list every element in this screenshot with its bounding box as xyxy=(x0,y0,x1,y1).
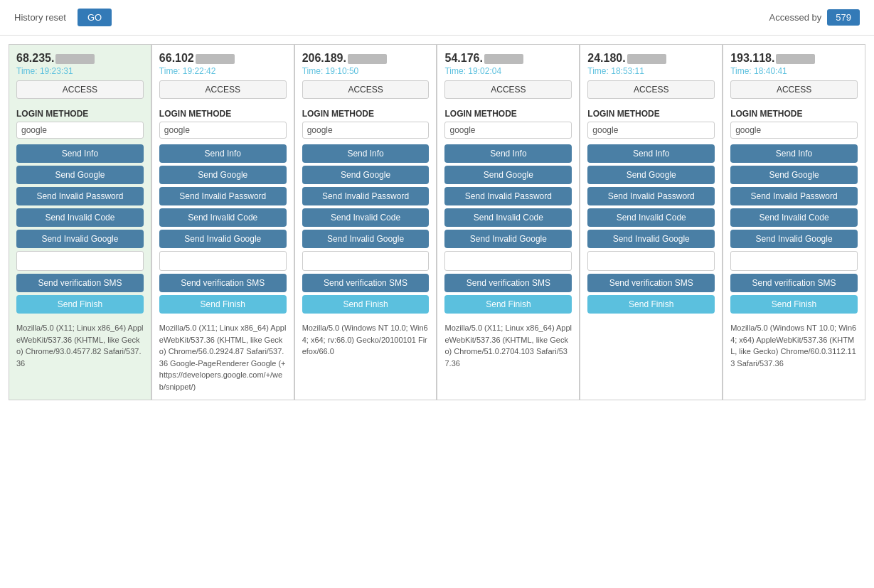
user-agent: Mozilla/5.0 (Windows NT 10.0; Win64; x64… xyxy=(730,322,858,369)
card-3: 54.176.Time: 19:02:04ACCESSLOGIN METHODE… xyxy=(437,44,580,400)
btn-send-invalid-password[interactable]: Send Invalid Password xyxy=(444,187,572,205)
btn-send-invalid-password[interactable]: Send Invalid Password xyxy=(16,187,144,205)
accessed-count: 579 xyxy=(827,9,860,26)
access-button[interactable]: ACCESS xyxy=(730,80,858,99)
ip-text: 66.102 xyxy=(159,52,194,64)
sms-input[interactable] xyxy=(730,251,858,271)
ip-text: 193.118. xyxy=(730,52,774,64)
btn-send-invalid-password[interactable]: Send Invalid Password xyxy=(730,187,858,205)
card-ip: 68.235. xyxy=(16,52,144,65)
sms-input[interactable] xyxy=(444,251,572,271)
btn-send-invalid-google[interactable]: Send Invalid Google xyxy=(159,230,287,248)
btn-send-info[interactable]: Send Info xyxy=(587,144,715,163)
login-method-input[interactable] xyxy=(730,122,858,139)
access-button[interactable]: ACCESS xyxy=(159,80,287,99)
btn-send-invalid-google[interactable]: Send Invalid Google xyxy=(444,230,572,248)
ip-text: 206.189. xyxy=(302,52,346,64)
btn-send-google[interactable]: Send Google xyxy=(587,166,715,184)
send-finish-button[interactable]: Send Finish xyxy=(16,295,144,314)
section-label: LOGIN METHODE xyxy=(302,109,430,119)
card-5: 193.118.Time: 18:40:41ACCESSLOGIN METHOD… xyxy=(723,44,865,400)
btn-send-google[interactable]: Send Google xyxy=(16,166,144,184)
ip-blurred xyxy=(196,54,235,64)
btn-send-info[interactable]: Send Info xyxy=(16,144,144,163)
card-ip: 66.102 xyxy=(159,52,287,65)
send-verification-sms-button[interactable]: Send verification SMS xyxy=(587,274,715,292)
sms-input[interactable] xyxy=(16,251,144,271)
send-verification-sms-button[interactable]: Send verification SMS xyxy=(302,274,430,292)
btn-send-invalid-google[interactable]: Send Invalid Google xyxy=(302,230,430,248)
card-time: Time: 18:40:41 xyxy=(730,66,858,76)
section-label: LOGIN METHODE xyxy=(730,109,858,119)
ip-text: 24.180. xyxy=(587,52,625,64)
ip-blurred xyxy=(776,54,815,64)
access-button[interactable]: ACCESS xyxy=(16,80,144,99)
sms-input[interactable] xyxy=(587,251,715,271)
btn-send-info[interactable]: Send Info xyxy=(444,144,572,163)
accessed-section: Accessed by 579 xyxy=(769,9,860,26)
ip-text: 54.176. xyxy=(444,52,482,64)
user-agent: Mozilla/5.0 (Windows NT 10.0; Win64; x64… xyxy=(302,322,430,358)
send-finish-button[interactable]: Send Finish xyxy=(444,295,572,314)
send-verification-sms-button[interactable]: Send verification SMS xyxy=(730,274,858,292)
card-time: Time: 18:53:11 xyxy=(587,66,715,76)
btn-send-invalid-password[interactable]: Send Invalid Password xyxy=(587,187,715,205)
card-ip: 193.118. xyxy=(730,52,858,65)
send-verification-sms-button[interactable]: Send verification SMS xyxy=(444,274,572,292)
btn-send-invalid-code[interactable]: Send Invalid Code xyxy=(302,208,430,227)
btn-send-invalid-password[interactable]: Send Invalid Password xyxy=(302,187,430,205)
sms-input[interactable] xyxy=(159,251,287,271)
send-finish-button[interactable]: Send Finish xyxy=(302,295,430,314)
btn-send-invalid-code[interactable]: Send Invalid Code xyxy=(730,208,858,227)
user-agent: Mozilla/5.0 (X11; Linux x86_64) AppleWeb… xyxy=(444,322,572,369)
top-bar: History reset GO Accessed by 579 xyxy=(0,0,874,36)
card-2: 206.189.Time: 19:10:50ACCESSLOGIN METHOD… xyxy=(294,44,437,400)
card-0: 68.235.Time: 19:23:31ACCESSLOGIN METHODE… xyxy=(9,44,151,400)
send-verification-sms-button[interactable]: Send verification SMS xyxy=(159,274,287,292)
access-button[interactable]: ACCESS xyxy=(444,80,572,99)
card-time: Time: 19:22:42 xyxy=(159,66,287,76)
card-time: Time: 19:23:31 xyxy=(16,66,144,76)
login-method-input[interactable] xyxy=(587,122,715,139)
accessed-by-label: Accessed by xyxy=(769,12,822,23)
section-label: LOGIN METHODE xyxy=(444,109,572,119)
access-button[interactable]: ACCESS xyxy=(302,80,430,99)
sms-input[interactable] xyxy=(302,251,430,271)
send-verification-sms-button[interactable]: Send verification SMS xyxy=(16,274,144,292)
btn-send-invalid-google[interactable]: Send Invalid Google xyxy=(730,230,858,248)
ip-text: 68.235. xyxy=(16,52,54,64)
section-label: LOGIN METHODE xyxy=(159,109,287,119)
section-label: LOGIN METHODE xyxy=(587,109,715,119)
btn-send-invalid-code[interactable]: Send Invalid Code xyxy=(444,208,572,227)
history-reset-label: History reset xyxy=(14,12,66,23)
send-finish-button[interactable]: Send Finish xyxy=(587,295,715,314)
card-ip: 24.180. xyxy=(587,52,715,65)
btn-send-google[interactable]: Send Google xyxy=(159,166,287,184)
send-finish-button[interactable]: Send Finish xyxy=(159,295,287,314)
card-4: 24.180.Time: 18:53:11ACCESSLOGIN METHODE… xyxy=(580,44,723,400)
btn-send-invalid-code[interactable]: Send Invalid Code xyxy=(587,208,715,227)
access-button[interactable]: ACCESS xyxy=(587,80,715,99)
btn-send-info[interactable]: Send Info xyxy=(302,144,430,163)
login-method-input[interactable] xyxy=(302,122,430,139)
login-method-input[interactable] xyxy=(159,122,287,139)
btn-send-google[interactable]: Send Google xyxy=(730,166,858,184)
card-time: Time: 19:02:04 xyxy=(444,66,572,76)
login-method-input[interactable] xyxy=(16,122,144,139)
btn-send-invalid-code[interactable]: Send Invalid Code xyxy=(16,208,144,227)
btn-send-invalid-password[interactable]: Send Invalid Password xyxy=(159,187,287,205)
btn-send-invalid-google[interactable]: Send Invalid Google xyxy=(587,230,715,248)
send-finish-button[interactable]: Send Finish xyxy=(730,295,858,314)
go-button[interactable]: GO xyxy=(78,9,112,26)
btn-send-invalid-code[interactable]: Send Invalid Code xyxy=(159,208,287,227)
card-ip: 206.189. xyxy=(302,52,430,65)
btn-send-info[interactable]: Send Info xyxy=(730,144,858,163)
btn-send-google[interactable]: Send Google xyxy=(302,166,430,184)
ip-blurred xyxy=(348,54,387,64)
user-agent: Mozilla/5.0 (X11; Linux x86_64) AppleWeb… xyxy=(159,322,287,392)
ip-blurred xyxy=(484,54,523,64)
btn-send-info[interactable]: Send Info xyxy=(159,144,287,163)
login-method-input[interactable] xyxy=(444,122,572,139)
btn-send-google[interactable]: Send Google xyxy=(444,166,572,184)
btn-send-invalid-google[interactable]: Send Invalid Google xyxy=(16,230,144,248)
